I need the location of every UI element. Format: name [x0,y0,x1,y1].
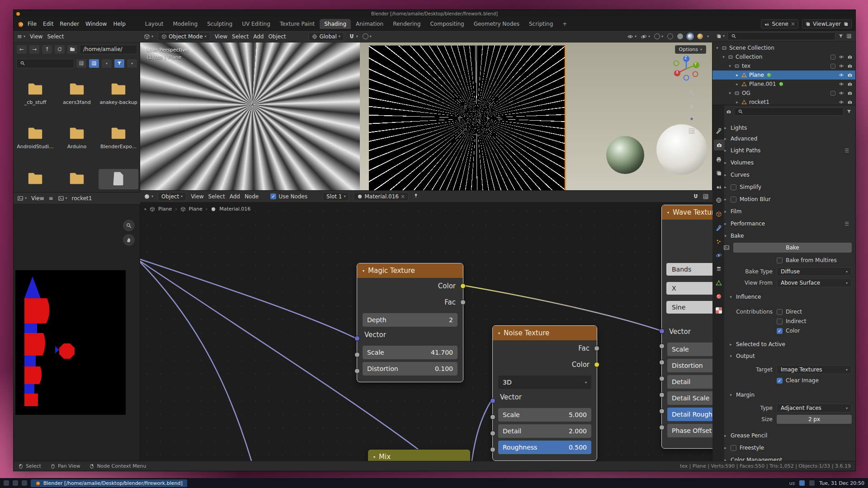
shading-material-button[interactable] [687,33,693,39]
section-curves[interactable]: ▸Curves [723,169,854,180]
path-field[interactable]: /home/amalie/ [80,45,137,54]
vector-input-socket[interactable] [490,398,495,404]
tab-geometry-nodes[interactable]: Geometry Nodes [469,19,524,29]
viewport-add-menu[interactable]: Add [253,33,264,40]
collapse-chevron-icon[interactable]: ▾ [667,211,669,215]
tab-texture-paint[interactable]: Texture Paint [275,19,319,29]
mix-node[interactable]: ▾Mix [368,449,471,461]
tab-modeling[interactable]: Modeling [169,19,203,29]
snap-toggle[interactable]: ▾ [349,33,358,40]
indirect-checkbox[interactable] [777,319,783,324]
breadcrumb-mesh[interactable]: Plane [189,206,203,212]
wave-detail-roughness-field[interactable]: Detail Roughness [667,408,712,421]
subsection-output[interactable]: ▾Output [729,351,854,361]
section-advanced[interactable]: ▸Advanced [723,133,854,144]
eye-icon[interactable] [839,63,844,69]
tab-view-layer[interactable] [714,168,723,178]
scale-input-socket[interactable] [354,352,360,357]
wave-detail-scale-field[interactable]: Detail Scale [667,391,712,405]
breadcrumb-material[interactable]: Material.016 [219,206,250,212]
scale-input-socket[interactable] [659,343,665,349]
taskbar-window-button[interactable]: Blender [/home/amalie/Desktop/blender/fi… [31,479,187,487]
scene-selector[interactable]: Scene × [761,19,798,28]
tab-modifiers[interactable] [714,222,723,233]
tab-texture[interactable] [714,305,723,316]
folder-item[interactable]: acers3fand [57,80,97,105]
section-color-management[interactable]: ▸Color Management [723,455,854,461]
section-grease-pencil[interactable]: ▸Grease Pencil [723,430,854,441]
workspace-1-icon[interactable] [13,480,18,486]
folder-item[interactable]: BlenderExpo... [99,125,138,150]
eye-icon[interactable] [839,81,844,87]
mode-dropdown[interactable]: Object Mode▾ [158,32,210,41]
material-datablock[interactable]: Material.016× [354,192,409,201]
wave-bands-button[interactable]: Bands [666,263,712,276]
white-sphere-object[interactable] [656,124,707,175]
shader-editor-type-button[interactable]: ▾ [144,193,153,200]
tab-scripting[interactable]: Scripting [524,19,557,29]
shading-wireframe-button[interactable] [667,33,673,39]
section-film[interactable]: ▸Film [723,206,854,217]
outliner-options-icon[interactable] [846,33,852,39]
wave-phase-offset-field[interactable]: Phase Offset [667,424,712,437]
collapse-chevron-icon[interactable]: ▾ [498,331,500,335]
depth-field[interactable]: Depth2 [363,313,458,327]
section-performance[interactable]: ▸Performance☰ [723,218,854,229]
snapping-icon[interactable] [693,193,699,200]
collection-checkbox[interactable] [830,55,835,60]
viewport-view-menu[interactable]: View [215,33,227,40]
viewport-canvas[interactable]: User Perspective (1) tex | Plane Options… [140,42,712,191]
bake-button[interactable]: Bake [733,243,852,253]
outliner-row-tex[interactable]: ▾ tex [712,61,855,70]
outliner-search-input[interactable] [727,32,835,40]
display-thumbnail-button[interactable] [89,59,99,68]
file-search-input[interactable] [16,59,74,68]
bake-type-dropdown[interactable]: Diffuse▾ [777,267,852,276]
wave-direction-button[interactable]: X [666,282,712,295]
tab-layout[interactable]: Layout [141,19,168,29]
pan-hand-button[interactable] [123,234,135,246]
display-vertical-list-button[interactable] [76,59,87,68]
motion-blur-checkbox[interactable] [731,197,736,202]
filter-toggle-button[interactable] [114,59,125,68]
nav-refresh-button[interactable] [54,45,65,54]
wave-profile-button[interactable]: Sine [666,301,712,314]
camera-icon[interactable] [847,81,853,87]
blender-menu-icon[interactable] [17,20,24,28]
direct-checkbox[interactable] [777,309,783,315]
color-output-socket[interactable] [460,283,466,289]
shader-add-menu[interactable]: Add [230,193,240,200]
noise-texture-node[interactable]: ▾Noise Texture Fac Color 3D▾ Vector Scal… [492,325,597,461]
viewport-zoom-button[interactable] [688,89,695,99]
image-editor-type-button[interactable]: ▾ [17,195,27,202]
filter-settings-dropdown[interactable]: ▾ [127,59,137,68]
detail-scale-input-socket[interactable] [659,392,665,398]
color-checkbox[interactable] [777,328,783,334]
camera-icon[interactable] [847,54,853,60]
navigation-gizmo[interactable]: Z Y X [672,53,701,82]
color-output-socket[interactable] [594,362,599,367]
file-browser-editor-type-button[interactable]: ≡▾ [17,33,25,40]
viewport-select-menu[interactable]: Select [232,33,249,40]
freestyle-checkbox[interactable] [731,445,736,451]
preset-icon[interactable]: ☰ [844,148,849,154]
fac-output-socket[interactable] [460,300,466,305]
keyboard-layout-indicator[interactable]: us [789,480,795,486]
network-tray-icon[interactable] [799,480,805,486]
viewlayer-selector[interactable]: ViewLayer [802,19,852,28]
camera-icon[interactable] [847,63,853,69]
folder-item[interactable]: AndroidStudi... [15,125,55,150]
collection-checkbox[interactable] [830,64,835,69]
shader-node-menu[interactable]: Node [245,193,259,200]
folder-item[interactable] [15,170,55,188]
roughness-input-socket[interactable] [490,447,495,452]
gizmos-dropdown[interactable]: ▾ [641,33,650,40]
outliner-filter-icon[interactable] [838,33,844,39]
object-visibility-dropdown[interactable]: ▾ [627,33,637,40]
margin-size-field[interactable]: 2 px [777,415,852,424]
fac-output-socket[interactable] [594,346,599,351]
tab-tool[interactable] [714,125,723,136]
tab-object[interactable] [714,209,723,220]
outliner-row-rocket1[interactable]: ▸ rocket1 [712,98,855,105]
subsection-selected-to-active[interactable]: ▸Selected to Active [729,339,854,350]
